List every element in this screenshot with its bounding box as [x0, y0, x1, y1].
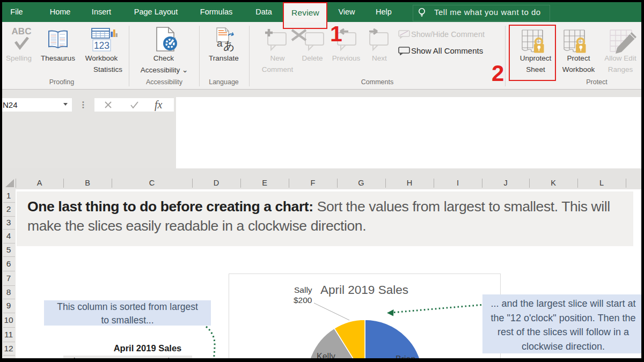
svg-text:あ: あ	[223, 39, 235, 52]
svg-text:a: a	[217, 38, 223, 49]
svg-text:123: 123	[94, 40, 109, 51]
